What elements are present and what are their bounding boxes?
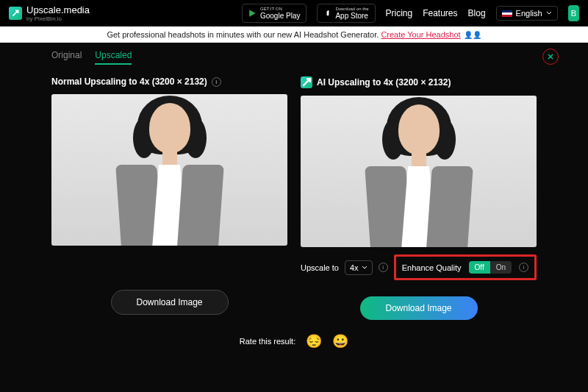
upscale-factor-select[interactable]: 4x bbox=[345, 260, 373, 275]
toggle-on[interactable]: On bbox=[490, 261, 512, 274]
info-icon[interactable]: i bbox=[212, 77, 221, 87]
cta-button[interactable]: B bbox=[568, 5, 579, 21]
info-icon[interactable]: i bbox=[379, 263, 388, 272]
enhance-label: Enhance Quality bbox=[402, 263, 462, 272]
normal-image-preview bbox=[51, 94, 287, 246]
tab-original[interactable]: Original bbox=[51, 50, 82, 65]
uk-flag-icon bbox=[502, 10, 512, 17]
download-ai-button[interactable]: Download Image bbox=[360, 296, 478, 320]
close-button[interactable] bbox=[542, 49, 559, 65]
rate-bad-emoji[interactable]: 😔 bbox=[306, 333, 322, 349]
language-selector[interactable]: English bbox=[496, 6, 558, 21]
rate-label: Rate this result: bbox=[240, 337, 295, 346]
apple-icon bbox=[323, 9, 332, 18]
google-play-badge[interactable]: GET IT ONGoogle Play bbox=[242, 4, 306, 23]
promo-banner: Get professional headshots in minutes wi… bbox=[0, 26, 588, 43]
upscale-to-label: Upscale to bbox=[301, 263, 339, 272]
download-normal-button[interactable]: Download Image bbox=[111, 290, 229, 315]
nav-features[interactable]: Features bbox=[423, 8, 457, 18]
close-icon bbox=[547, 53, 554, 60]
avatar-icons: 👤👤 bbox=[464, 31, 481, 39]
chevron-down-icon bbox=[546, 10, 552, 16]
brand-name: Upscale.media bbox=[26, 4, 90, 15]
app-header: Upscale.media by PixelBin.io GET IT ONGo… bbox=[0, 0, 588, 26]
normal-upscaling-column: Normal Upscaling to 4x (3200 × 2132) i D… bbox=[51, 76, 287, 320]
app-store-badge[interactable]: Download on theApp Store bbox=[317, 4, 375, 23]
nav-blog[interactable]: Blog bbox=[468, 8, 486, 18]
normal-title: Normal Upscaling to 4x (3200 × 2132) bbox=[51, 76, 207, 87]
upscale-logo-icon bbox=[9, 7, 22, 20]
ai-upscale-icon bbox=[301, 76, 312, 88]
rate-good-emoji[interactable]: 😀 bbox=[332, 333, 348, 349]
rate-section: Rate this result: 😔 😀 bbox=[51, 333, 537, 349]
brand-logo[interactable]: Upscale.media by PixelBin.io bbox=[9, 4, 90, 22]
brand-sub: by PixelBin.io bbox=[26, 15, 90, 22]
nav-pricing[interactable]: Pricing bbox=[386, 8, 413, 18]
ai-title: AI Upscaling to 4x (3200 × 2132) bbox=[317, 77, 451, 88]
tab-upscaled[interactable]: Upscaled bbox=[95, 50, 132, 65]
result-tabs: Original Upscaled bbox=[51, 50, 537, 65]
main-content: Original Upscaled Normal Upscaling to 4x… bbox=[0, 43, 588, 349]
google-play-icon bbox=[248, 9, 257, 18]
ai-upscaling-column: AI Upscaling to 4x (3200 × 2132) Upscale… bbox=[301, 76, 537, 320]
info-icon[interactable]: i bbox=[519, 263, 528, 272]
banner-link[interactable]: Create Your Headshot bbox=[381, 30, 460, 39]
enhance-quality-highlight: Enhance Quality Off On i bbox=[394, 254, 537, 280]
enhance-toggle[interactable]: Off On bbox=[469, 261, 512, 274]
chevron-down-icon bbox=[362, 265, 368, 271]
ai-image-preview bbox=[301, 96, 537, 247]
toggle-off[interactable]: Off bbox=[469, 261, 490, 274]
